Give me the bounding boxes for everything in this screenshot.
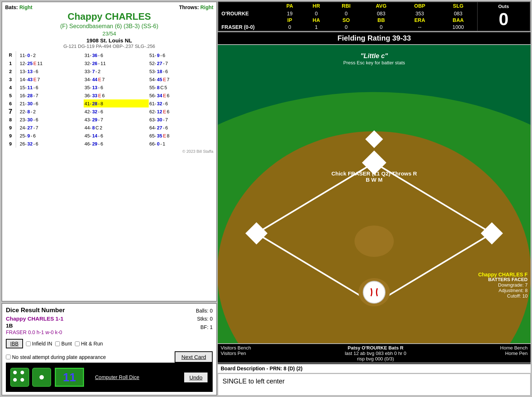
sb-avg-header: AVG (362, 2, 400, 10)
home-pen-label: Home Pen (500, 351, 528, 356)
dice-24: 24- 27 - 7 (19, 124, 84, 132)
pitchers-mound (354, 226, 394, 257)
dice-visual-panel: 11 ■ Computer Roll Dice Undo (6, 363, 213, 392)
dice-result-hit: 1B (6, 322, 65, 329)
dice-53: 53- 18 - 6 (149, 67, 213, 75)
dot-center (39, 375, 44, 379)
batter-slg: 083 (439, 10, 477, 18)
dice-15: 15- 11 - 6 (19, 83, 84, 91)
no-steal-label[interactable]: No steal attempt during plate appearance (6, 354, 106, 360)
next-card-button[interactable]: Next Card (175, 351, 213, 363)
dice-11: 11- 0 - 2 (19, 51, 84, 59)
no-steal-checkbox[interactable] (6, 355, 11, 359)
dice-12: 12- 25 E 11 (19, 59, 84, 67)
copyright: © 2023 Bill Staffa (5, 149, 213, 154)
stks-counter: Stks: 0 (196, 315, 213, 323)
dice-35: 35- 13 - 6 (84, 83, 148, 91)
dice-result-pitcher: FRASER 0.0 h-1 w-0 k-0 (6, 329, 65, 335)
visitors-bench-section: Visitors Bench Visitors Pen (221, 345, 251, 362)
computer-roll-checkmark: ■ (88, 375, 93, 380)
action-buttons-row: IBB Infield IN Bunt Hit & Run (6, 339, 213, 348)
dice-44: 44- 8 C 2 (84, 124, 148, 132)
row-3: 3 (5, 75, 16, 83)
batter-name: O'ROURKE (218, 10, 277, 18)
row-10: 9 (5, 132, 16, 140)
player-card: Bats: Right Throws: Right Chappy CHARLES… (1, 1, 217, 302)
fielding-rating: Fielding Rating 39-33 (218, 32, 531, 44)
sb-obp-header: OBP (400, 2, 439, 10)
outs-cell: Outs 0 (477, 2, 530, 31)
row-5: 5 (5, 91, 16, 99)
dice-result-panel: Dice Result Number Chappy CHARLES 1-1 1B… (1, 303, 217, 396)
batter-pa: 19 (277, 10, 303, 18)
dice-23: 23- 30 - 6 (19, 116, 84, 124)
bunt-label: Bunt (61, 341, 72, 347)
batter-obp: 353 (400, 10, 439, 18)
dice-63: 63- 30 - 7 (149, 116, 213, 124)
computer-roll-label: Computer Roll Dice (95, 374, 139, 380)
scoreboard-header-row: PA HR RBI AVG OBP SLG Outs 0 (218, 2, 530, 10)
dice-25: 25- 9 - 6 (19, 132, 84, 140)
batters-faced-box: BATTERS FACED Downgrade: 7 Adjustment: 8… (488, 277, 528, 299)
dice-grid: 11- 0 - 2 31- 36 - 6 51- 9 - (19, 51, 213, 148)
player-number: 23/54 (5, 30, 213, 37)
pitcher-so: 0 (330, 23, 362, 31)
bf-counter: BF: 1 (196, 323, 213, 331)
die-1 (10, 368, 29, 387)
dice-43: 43- 29 - 7 (84, 116, 148, 124)
die-2 (32, 368, 51, 387)
dice-62: 62- 12 E 6 (149, 107, 213, 116)
sb-baa-header: BAA (439, 17, 477, 23)
no-steal-row: No steal attempt during plate appearance… (6, 351, 213, 363)
bats-label: Bats: Right (5, 4, 33, 10)
throws-label: Throws: Right (179, 4, 213, 10)
pitcher-name: FRASER (0-0) (218, 23, 277, 31)
dice-number-display: 11 (55, 368, 84, 387)
pitcher-bb: 0 (362, 23, 400, 31)
dice-counters: Balls: 0 Stks: 0 BF: 1 (196, 307, 213, 331)
hit-run-checkbox-label[interactable]: Hit & Run (75, 341, 103, 347)
row-6: 6 (5, 99, 16, 107)
pitcher-ip: 0 (277, 23, 303, 31)
balls-counter: Balls: 0 (196, 307, 213, 315)
dice-55: 55- 8 C 5 (149, 83, 213, 91)
dice-64: 64- 27 - 6 (149, 124, 213, 132)
pitcher-baa: 1000 (439, 23, 477, 31)
undo-button[interactable]: Undo (183, 372, 208, 383)
dice-faces (10, 368, 51, 387)
dice-14: 14- 43 E 7 (19, 75, 84, 83)
dice-32: 32- 26 - 11 (84, 59, 148, 67)
batter-hr: 0 (303, 10, 330, 18)
sb-bb-header: BB (362, 17, 400, 23)
dice-54: 54- 45 E 7 (149, 75, 213, 83)
sb-pitcher-name-header (218, 17, 277, 23)
dice-data-section: R 1 2 3 4 5 6 7 8 9 9 9 11- (5, 51, 213, 148)
batter-bench-name: Patsy O'ROURKE Bats R (251, 345, 500, 351)
pitcher-era: -- (400, 23, 439, 31)
row-9: 9 (5, 124, 16, 132)
board-result: SINGLE to left center (218, 374, 531, 396)
baseball (363, 281, 385, 303)
infield-in-checkbox[interactable] (26, 341, 31, 346)
batter-bench-stats1: last 12 ab bvg 083 ebh 0 hr 0 (251, 351, 500, 356)
infield-in-label: Infield IN (32, 341, 52, 347)
dice-61: 61- 32 - 6 (149, 99, 213, 107)
bunt-checkbox[interactable] (55, 341, 60, 346)
bunt-checkbox-label[interactable]: Bunt (55, 341, 72, 347)
batter-bench-stats2: risp bvg 000 (0/3) (251, 356, 500, 362)
hit-run-checkbox[interactable] (75, 341, 80, 346)
dot-3 (13, 378, 17, 382)
dice-41: 41- 28 - 8 (84, 99, 148, 107)
row-labels: R 1 2 3 4 5 6 7 8 9 9 9 (5, 51, 16, 148)
outs-value: 0 (480, 9, 527, 29)
dice-result-title: Dice Result Number (6, 307, 65, 314)
hit-run-label: Hit & Run (81, 341, 103, 347)
infield-in-checkbox-label[interactable]: Infield IN (26, 341, 52, 347)
ibb-button[interactable]: IBB (6, 339, 23, 348)
dice-65: 65- 35 E 8 (149, 132, 213, 140)
row-11: 9 (5, 140, 16, 148)
player-team: 1908 St. Louis NL (5, 37, 213, 44)
home-bench-section: Home Bench Home Pen (500, 345, 528, 362)
dot-1 (13, 371, 17, 374)
row-r: R (5, 51, 16, 59)
